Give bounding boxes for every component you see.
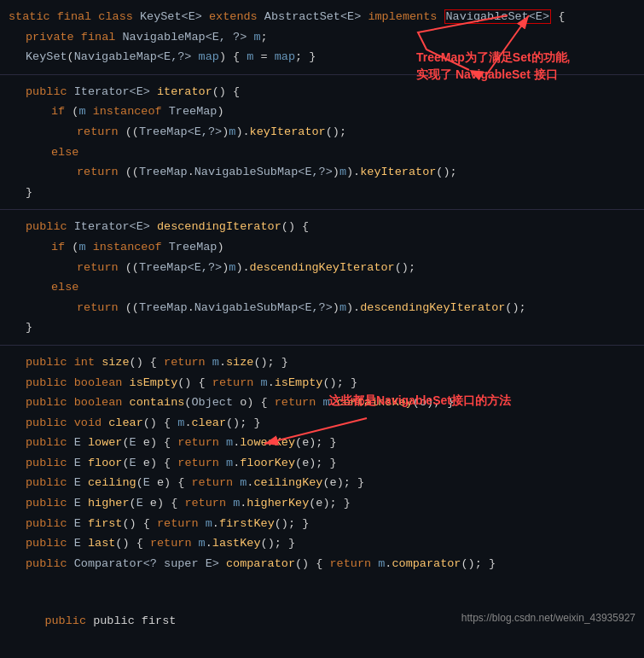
code-line: public E lower(E e) { return m.lowerKey(… [0,433,644,453]
code-line: public Iterator<E> descendingIterator() … [0,217,644,237]
code-line: static final class KeySet<E> extends Abs… [0,7,644,27]
code-line: if (m instanceof TreeMap) [0,102,644,122]
code-line: if (m instanceof TreeMap) [0,237,644,258]
code-line: public boolean contains(Object o) { retu… [0,393,644,413]
code-line: else [0,143,644,163]
bottom-public-first: public public first [9,592,184,649]
code-line: return ((TreeMap<E,?>)m).keyIterator(); [0,122,644,143]
code-line: KeySet(NavigableMap<E,?> map) { m = map;… [0,47,644,67]
section-iterator: public Iterator<E> iterator() { if (m in… [0,75,644,211]
code-line: public E last() { return m.lastKey(); } [0,533,644,554]
code-line: return ((TreeMap<E,?>)m).descendingKeyIt… [0,258,644,278]
code-line: return ((TreeMap.NavigableSubMap<E,?>)m)… [0,162,644,183]
code-line: public E floor(E e) { return m.floorKey(… [0,453,644,474]
code-line: public Comparator<? super E> comparator(… [0,554,644,574]
url-text: https://blog.csdn.net/weixin_43935927 [461,612,635,624]
code-line: else [0,277,644,298]
code-line: public void clear() { m.clear(); } [0,413,644,434]
code-line: public Iterator<E> iterator() { [0,82,644,102]
code-line: public E ceiling(E e) { return m.ceiling… [0,473,644,493]
code-line: public E higher(E e) { return m.higherKe… [0,493,644,514]
code-line: public int size() { return m.size(); } [0,352,644,373]
code-line: } [0,317,644,338]
code-line: return ((TreeMap.NavigableSubMap<E,?>)m)… [0,298,644,318]
code-line: public E first() { return m.firstKey(); … [0,514,644,534]
section-descending-iterator: public Iterator<E> descendingIterator() … [0,210,644,346]
code-container: static final class KeySet<E> extends Abs… [0,0,644,658]
code-line: } [0,183,644,203]
section-methods: public int size() { return m.size(); } p… [0,346,644,581]
code-line: private final NavigableMap<E, ?> m; [0,27,644,48]
code-line: public boolean isEmpty() { return m.isEm… [0,373,644,393]
section-class-decl: static final class KeySet<E> extends Abs… [0,0,644,75]
